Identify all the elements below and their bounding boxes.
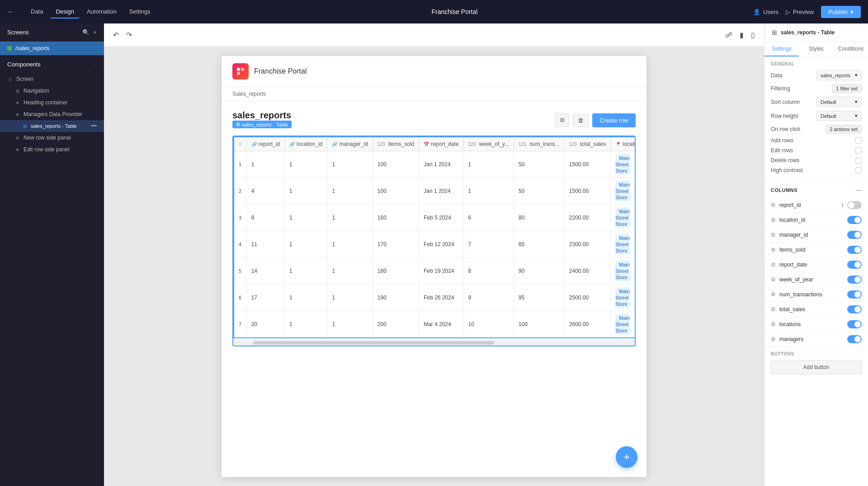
cell-week: 6 — [463, 205, 514, 231]
info-icon[interactable]: ℹ — [841, 202, 844, 208]
col-gear-icon[interactable]: ⚙ — [771, 202, 776, 208]
create-row-button[interactable]: Create row — [592, 113, 636, 127]
tab-styles[interactable]: Styles — [799, 42, 833, 56]
col-toggle[interactable] — [847, 335, 862, 343]
add-screen-icon[interactable]: + — [93, 29, 97, 36]
table-row[interactable]: 5 14 1 1 180 Feb 19 2024 8 90 2400.00 Ma… — [234, 258, 636, 285]
col-gear-icon[interactable]: ⚙ — [771, 336, 776, 342]
user-icon: 👤 — [753, 9, 760, 15]
col-toggle[interactable] — [847, 305, 862, 313]
cell-num-trans: 100 — [514, 311, 565, 338]
tree-edit-row-panel[interactable]: ≡ Edit row side panel — [0, 144, 104, 155]
col-gear-icon[interactable]: ⚙ — [771, 276, 776, 283]
chevron-icon: ▾ — [855, 72, 858, 78]
cell-week: 1 — [463, 178, 514, 205]
col-locations[interactable]: 📍locations — [611, 137, 636, 151]
col-toggle[interactable] — [847, 201, 862, 209]
more-options-icon[interactable]: ••• — [91, 123, 97, 129]
add-button-button[interactable]: Add button — [771, 360, 862, 374]
col-report-date[interactable]: 📅report_date — [419, 137, 463, 151]
mobile-view-button[interactable]: ▯ — [749, 29, 757, 41]
tree-sales-table[interactable]: ⊞ sales_reports - Table ••• — [0, 120, 104, 132]
col-total-sales[interactable]: 123 total_sales — [564, 137, 610, 151]
canvas-wrapper: Franchise Portal Sales_reports sales_rep… — [104, 47, 764, 486]
high-contrast-checkbox[interactable] — [855, 167, 862, 173]
data-select[interactable]: sales_reports ▾ — [816, 70, 862, 80]
col-toggle[interactable] — [847, 290, 862, 299]
sort-column-select[interactable]: Default ▾ — [816, 97, 862, 107]
add-rows-checkbox[interactable] — [855, 137, 862, 144]
nav-data[interactable]: Data — [25, 5, 48, 19]
table-row[interactable]: 3 8 1 1 160 Feb 5 2024 6 80 2200.00 Main… — [234, 205, 636, 231]
col-toggle[interactable] — [847, 320, 862, 328]
table-row[interactable]: 1 1 1 1 100 Jan 1 2024 1 50 1500.00 Main… — [234, 151, 636, 178]
col-toggle[interactable] — [847, 216, 862, 224]
col-gear-icon[interactable]: ⚙ — [771, 217, 776, 223]
desktop-view-button[interactable]: ☍ — [723, 29, 734, 41]
nav-design[interactable]: Design — [50, 5, 79, 19]
cell-items-sold: 170 — [373, 231, 419, 258]
col-week[interactable]: 123 week_of_y... — [463, 137, 514, 151]
preview-button[interactable]: ▷ Preview — [786, 9, 814, 15]
tree-screen[interactable]: □ Screen — [0, 73, 104, 85]
columns-collapse-icon[interactable]: — — [856, 187, 862, 193]
tablet-view-button[interactable]: ▮ — [738, 29, 745, 41]
row-height-select[interactable]: Default ▾ — [816, 111, 862, 121]
horizontal-scrollbar[interactable] — [233, 340, 635, 346]
tab-conditions[interactable]: Conditions — [834, 42, 868, 56]
col-gear-icon[interactable]: ⚙ — [771, 232, 776, 238]
col-gear-icon[interactable]: ⚙ — [771, 291, 776, 298]
tree-heading-container[interactable]: ≡ Heading container — [0, 97, 104, 108]
table-row[interactable]: 4 11 1 1 170 Feb 12 2024 7 85 2300.00 Ma… — [234, 231, 636, 258]
filtering-badge[interactable]: 1 filter set — [832, 84, 862, 93]
general-section: GENERAL Data sales_reports ▾ Filtering 1… — [764, 57, 868, 182]
delete-button[interactable]: 🗑 — [573, 114, 589, 127]
nav-settings[interactable]: Settings — [124, 5, 156, 19]
col-num-trans[interactable]: 123 num_trans... — [514, 137, 565, 151]
delete-rows-checkbox[interactable] — [855, 157, 862, 164]
column-item-week_of_year: ⚙ week_of_year — [764, 272, 868, 287]
cell-total-sales: 2300.00 — [564, 231, 610, 258]
edit-rows-checkbox[interactable] — [855, 147, 862, 154]
tab-settings[interactable]: Settings — [764, 42, 799, 56]
tree-managers-provider[interactable]: ≡ Managers Data Provider — [0, 108, 104, 120]
preview-icon: ▷ — [786, 9, 790, 15]
screen-item[interactable]: /sales_reports — [0, 42, 104, 55]
col-toggle[interactable] — [847, 231, 862, 239]
fab-button[interactable]: + — [616, 446, 637, 468]
col-gear-icon[interactable]: ⚙ — [771, 306, 776, 313]
add-component-icon[interactable]: + — [93, 61, 97, 68]
back-button[interactable]: ← — [7, 8, 14, 16]
redo-button[interactable]: ↷ — [124, 29, 134, 41]
table-row[interactable]: 2 4 1 1 100 Jan 1 2024 1 50 1500.00 Main… — [234, 178, 636, 205]
edit-rows-row: Edit rows — [771, 147, 862, 154]
nav-automation[interactable]: Automation — [81, 5, 122, 19]
table-row[interactable]: 7 20 1 1 200 Mar 4 2024 10 100 2600.00 M… — [234, 311, 636, 338]
undo-button[interactable]: ↶ — [111, 29, 121, 41]
col-toggle[interactable] — [847, 276, 862, 284]
copy-button[interactable]: ⧉ — [555, 113, 569, 127]
col-manager-id[interactable]: 🔗manager_id — [327, 137, 373, 151]
table-row[interactable]: 6 17 1 1 190 Feb 26 2024 9 95 2500.00 Ma… — [234, 285, 636, 311]
col-report-id[interactable]: 🔗report_id — [246, 137, 284, 151]
tree-navigation[interactable]: ⊙ Navigation — [0, 85, 104, 97]
col-items-sold[interactable]: 123 items_sold — [373, 137, 419, 151]
search-icon[interactable]: 🔍 — [82, 29, 90, 36]
col-location-id[interactable]: 🔗location_id — [285, 137, 327, 151]
publish-button[interactable]: Publish ▾ — [821, 6, 861, 18]
tree-new-row-panel[interactable]: ≡ New row side panel — [0, 132, 104, 144]
col-toggle[interactable] — [847, 246, 862, 254]
col-gear-icon[interactable]: ⚙ — [771, 321, 776, 327]
col-gear-icon[interactable]: ⚙ — [771, 262, 776, 268]
col-name-label: num_transactions — [779, 291, 844, 298]
users-button[interactable]: 👤 Users — [753, 9, 778, 15]
col-toggle[interactable] — [847, 261, 862, 269]
provider-icon: ≡ — [14, 111, 21, 117]
cell-locations: Main Street Store — [611, 285, 636, 311]
col-gear-icon[interactable]: ⚙ — [771, 247, 776, 253]
on-row-click-badge[interactable]: 2 actions set — [826, 125, 862, 134]
edit-rows-label: Edit rows — [771, 147, 793, 154]
scrollbar-thumb[interactable] — [253, 341, 494, 345]
col-name-label: locations — [779, 321, 844, 327]
cell-manager-id: 1 — [327, 151, 373, 178]
